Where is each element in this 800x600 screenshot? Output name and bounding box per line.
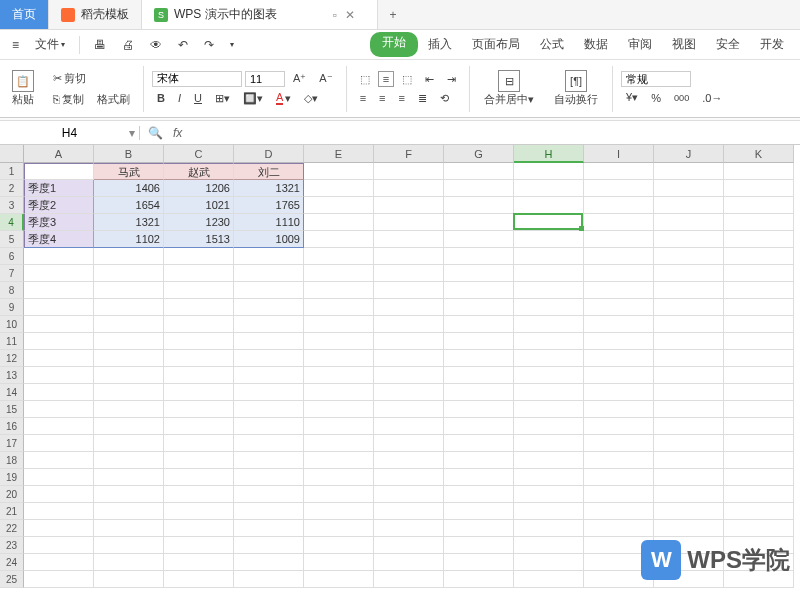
cell-K19[interactable] [724, 469, 794, 486]
cell-K3[interactable] [724, 197, 794, 214]
cell-F12[interactable] [374, 350, 444, 367]
cell-D13[interactable] [234, 367, 304, 384]
col-header-D[interactable]: D [234, 145, 304, 163]
cell-I18[interactable] [584, 452, 654, 469]
fill-color-button[interactable]: 🔲▾ [238, 90, 268, 107]
cell-B14[interactable] [94, 384, 164, 401]
cell-D23[interactable] [234, 537, 304, 554]
cell-K17[interactable] [724, 435, 794, 452]
cell-H20[interactable] [514, 486, 584, 503]
cell-G25[interactable] [444, 571, 514, 588]
cell-D7[interactable] [234, 265, 304, 282]
paste-button[interactable]: 📋 粘贴 [6, 68, 40, 109]
cell-D2[interactable]: 1321 [234, 180, 304, 197]
tab-close-icon[interactable]: ✕ [345, 8, 355, 22]
cell-J11[interactable] [654, 333, 724, 350]
cell-A1[interactable] [24, 163, 94, 180]
format-painter-button[interactable]: 格式刷 [92, 90, 135, 109]
cell-F10[interactable] [374, 316, 444, 333]
cell-A7[interactable] [24, 265, 94, 282]
row-header-24[interactable]: 24 [0, 554, 24, 571]
col-header-H[interactable]: H [514, 145, 584, 163]
cell-C15[interactable] [164, 401, 234, 418]
cell-I22[interactable] [584, 520, 654, 537]
cell-H13[interactable] [514, 367, 584, 384]
cell-D20[interactable] [234, 486, 304, 503]
cell-K11[interactable] [724, 333, 794, 350]
cell-H10[interactable] [514, 316, 584, 333]
row-header-5[interactable]: 5 [0, 231, 24, 248]
cell-C9[interactable] [164, 299, 234, 316]
cell-D25[interactable] [234, 571, 304, 588]
currency-icon[interactable]: ¥▾ [621, 89, 643, 106]
cell-G12[interactable] [444, 350, 514, 367]
cell-H22[interactable] [514, 520, 584, 537]
cell-F4[interactable] [374, 214, 444, 231]
cell-C10[interactable] [164, 316, 234, 333]
cell-H4[interactable] [514, 214, 584, 231]
ribbon-tab-formula[interactable]: 公式 [530, 32, 574, 57]
ribbon-tab-security[interactable]: 安全 [706, 32, 750, 57]
name-box[interactable]: ▾ [0, 126, 140, 140]
cell-G21[interactable] [444, 503, 514, 520]
cell-A21[interactable] [24, 503, 94, 520]
cell-H2[interactable] [514, 180, 584, 197]
cell-J7[interactable] [654, 265, 724, 282]
cell-E1[interactable] [304, 163, 374, 180]
cell-J22[interactable] [654, 520, 724, 537]
row-header-10[interactable]: 10 [0, 316, 24, 333]
cell-F25[interactable] [374, 571, 444, 588]
justify-icon[interactable]: ≣ [413, 90, 432, 107]
cell-C8[interactable] [164, 282, 234, 299]
cell-I1[interactable] [584, 163, 654, 180]
ribbon-tab-review[interactable]: 审阅 [618, 32, 662, 57]
cell-K1[interactable] [724, 163, 794, 180]
cell-I9[interactable] [584, 299, 654, 316]
cell-F23[interactable] [374, 537, 444, 554]
row-header-16[interactable]: 16 [0, 418, 24, 435]
cell-I19[interactable] [584, 469, 654, 486]
cell-J6[interactable] [654, 248, 724, 265]
cell-G4[interactable] [444, 214, 514, 231]
cell-A9[interactable] [24, 299, 94, 316]
cell-F21[interactable] [374, 503, 444, 520]
cell-F7[interactable] [374, 265, 444, 282]
cell-H14[interactable] [514, 384, 584, 401]
cell-E10[interactable] [304, 316, 374, 333]
cell-H17[interactable] [514, 435, 584, 452]
row-header-2[interactable]: 2 [0, 180, 24, 197]
row-header-19[interactable]: 19 [0, 469, 24, 486]
cell-H16[interactable] [514, 418, 584, 435]
col-header-I[interactable]: I [584, 145, 654, 163]
cell-K5[interactable] [724, 231, 794, 248]
cell-C5[interactable]: 1513 [164, 231, 234, 248]
cell-I14[interactable] [584, 384, 654, 401]
ribbon-tab-dev[interactable]: 开发 [750, 32, 794, 57]
cell-G15[interactable] [444, 401, 514, 418]
cell-K18[interactable] [724, 452, 794, 469]
cell-E19[interactable] [304, 469, 374, 486]
cell-G13[interactable] [444, 367, 514, 384]
cell-I6[interactable] [584, 248, 654, 265]
cell-A13[interactable] [24, 367, 94, 384]
cell-I11[interactable] [584, 333, 654, 350]
cell-K21[interactable] [724, 503, 794, 520]
cell-F1[interactable] [374, 163, 444, 180]
cell-A2[interactable]: 季度1 [24, 180, 94, 197]
col-header-B[interactable]: B [94, 145, 164, 163]
row-header-20[interactable]: 20 [0, 486, 24, 503]
cell-G18[interactable] [444, 452, 514, 469]
cell-K14[interactable] [724, 384, 794, 401]
cell-B22[interactable] [94, 520, 164, 537]
cell-J15[interactable] [654, 401, 724, 418]
cell-G8[interactable] [444, 282, 514, 299]
cell-G1[interactable] [444, 163, 514, 180]
cell-D4[interactable]: 1110 [234, 214, 304, 231]
cell-E9[interactable] [304, 299, 374, 316]
cell-K9[interactable] [724, 299, 794, 316]
cell-G5[interactable] [444, 231, 514, 248]
align-center-icon[interactable]: ≡ [374, 90, 390, 106]
cell-E4[interactable] [304, 214, 374, 231]
cell-A20[interactable] [24, 486, 94, 503]
cell-D6[interactable] [234, 248, 304, 265]
